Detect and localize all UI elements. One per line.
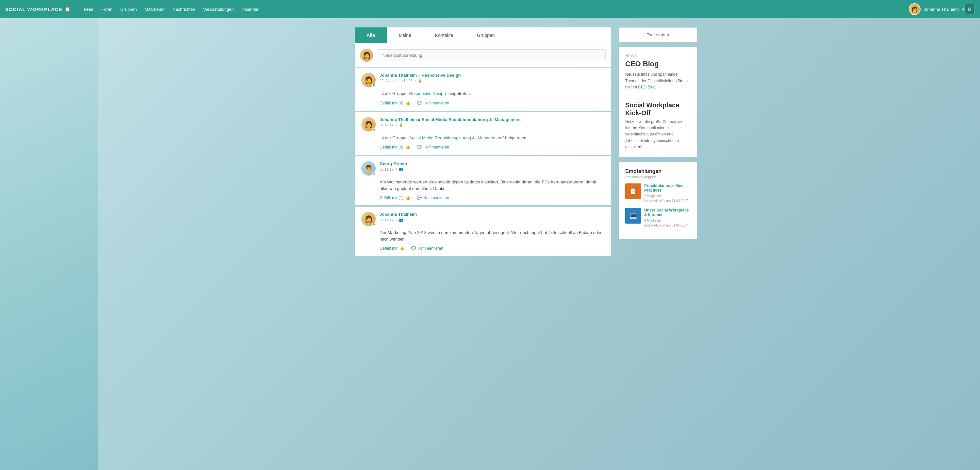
author-line-1: Johanna Thalheim » Responsive Design — [380, 73, 605, 78]
tab-meine[interactable]: Meine — [387, 27, 423, 43]
comment-button-3[interactable]: 💬 Kommentieren — [417, 195, 449, 200]
nav-kalender[interactable]: Kalender — [242, 7, 259, 12]
ceo-blog-link[interactable]: CEO Blog — [638, 85, 655, 89]
comment-icon-2: 💬 — [417, 145, 422, 149]
status-input[interactable] — [377, 49, 606, 61]
comment-button-2[interactable]: 💬 Kommentieren — [417, 145, 449, 149]
tour-button[interactable]: Tour starten — [619, 27, 697, 42]
group-link-2[interactable]: Social Media Redaktionsplanung & -Manage… — [422, 117, 521, 122]
body-group-link-2[interactable]: "Social Media Redaktionsplanung & -Manag… — [408, 135, 504, 140]
nav-mitarbeiter[interactable]: Mitarbeiter — [145, 7, 165, 12]
card-meta-1: Johanna Thalheim » Responsive Design 22.… — [380, 73, 605, 83]
like-icon-3: 👍 — [406, 195, 410, 200]
status-dot-4 — [372, 222, 375, 226]
feed-post-2: 👩 Johanna Thalheim » Social Media Redakt… — [355, 112, 611, 155]
news-section-label: News — [625, 54, 690, 58]
left-background — [0, 18, 98, 470]
post-date-4: 30.11.17 — [380, 218, 394, 222]
like-icon-1: 👍 — [406, 101, 410, 105]
nav-veranstaltungen[interactable]: Veranstaltungen — [203, 7, 234, 12]
author-line-2: Johanna Thalheim » Social Media Redaktio… — [380, 117, 605, 122]
comment-label-1: Kommentieren — [424, 101, 449, 105]
card-body-3: Am Wochenende werden die angekündigten U… — [380, 179, 605, 192]
status-post-area: 👩 — [355, 43, 611, 67]
tab-alle[interactable]: Alle — [355, 27, 387, 43]
post-date-1: 22. Januar um 14:26 — [380, 79, 412, 83]
group-name-1[interactable]: Projektplanung - Best Practices — [644, 183, 690, 192]
ceo-blog-title: CEO Blog — [625, 60, 690, 68]
desc-text-2: . — [655, 85, 657, 89]
nav-nachrichten[interactable]: Nachrichten — [172, 7, 195, 12]
comment-icon-1: 💬 — [417, 101, 422, 105]
like-button-2[interactable]: Gefällt mir (0) 👍 — [380, 145, 410, 149]
logo-icon: 📋 — [65, 6, 70, 12]
desc-text-1: Neueste Infos und spannende Themen der G… — [625, 72, 690, 89]
like-icon-2: 👍 — [406, 145, 410, 149]
logo-text: SOCIAL WORKPLACE — [5, 6, 62, 12]
status-dot-3 — [372, 172, 375, 175]
body-suffix-1: beigetreten. — [447, 91, 471, 96]
post-date-2: 07.12.17 — [380, 123, 394, 127]
comment-icon-3: 💬 — [417, 195, 422, 200]
separator-dot-3: • — [396, 167, 397, 171]
arrow-1: » — [418, 73, 422, 78]
group-thumb-2: 💻 — [625, 208, 641, 224]
card-body-1: ist der Gruppe "Responsive Design" beige… — [380, 91, 605, 97]
card-time-4: 30.11.17 • 👥 — [380, 218, 605, 222]
group-members-1: 2 Mitglieder — [644, 194, 690, 198]
header-logo[interactable]: SOCIAL WORKPLACE 📋 — [5, 6, 70, 12]
group-info-1: Projektplanung - Best Practices 2 Mitgli… — [644, 183, 690, 203]
post-avatar-johanna: 👩 — [360, 49, 373, 62]
empfehlungen-title: Empfehlungen — [625, 168, 690, 174]
empfehlungen-subtitle: Passende Gruppen — [625, 175, 690, 179]
card-body-2: ist der Gruppe "Social Media Redaktionsp… — [380, 135, 605, 141]
group-icon-3: 👥 — [399, 167, 403, 171]
like-label-3: Gefällt mir (1) — [380, 195, 403, 200]
left-bg-gradient — [0, 18, 98, 470]
tabs-bar: Alle Meine Kontakte Gruppen — [355, 27, 611, 43]
user-menu[interactable]: 👩 Johanna Thalheim ▾ — [909, 3, 964, 15]
group-meta-2: 8 Mitglieder Letzte Aktivität am 31.05.2… — [644, 218, 690, 228]
arrow-2: » — [418, 117, 422, 122]
author-name-4[interactable]: Johanna Thalheim — [380, 212, 417, 217]
comment-button-4[interactable]: 💬 Kommentieren — [411, 246, 443, 251]
comment-label-2: Kommentieren — [424, 145, 449, 149]
group-name-2[interactable]: Unser Social Workplace & Intranet — [644, 208, 690, 217]
card-meta-4: Johanna Thalheim 30.11.17 • 👥 — [380, 212, 605, 222]
nav-feed[interactable]: Feed — [84, 7, 94, 12]
author-name-2[interactable]: Johanna Thalheim — [380, 117, 417, 122]
tab-kontakte[interactable]: Kontakte — [423, 27, 465, 43]
like-button-1[interactable]: Gefällt mir (0) 👍 — [380, 101, 410, 105]
card-header-1: 👩 Johanna Thalheim » Responsive Design 2… — [361, 73, 605, 87]
body-group-link-1[interactable]: "Responsive Design" — [408, 91, 447, 96]
card-body-4: Der Marketing Plan 2018 wird in den komm… — [380, 229, 605, 242]
comment-button-1[interactable]: 💬 Kommentieren — [417, 101, 449, 105]
card-time-1: 22. Januar um 14:26 • 🔒 — [380, 79, 605, 83]
nav-foren[interactable]: Foren — [101, 7, 112, 12]
tab-gruppen[interactable]: Gruppen — [465, 27, 507, 43]
kickoff-desc: Nutzen wir die große Chance, die interne… — [625, 119, 690, 150]
main-layout: Alle Meine Kontakte Gruppen 👩 👩 — [0, 0, 980, 470]
like-button-4[interactable]: Gefällt mir 👍 — [380, 246, 404, 251]
group-meta-1: 2 Mitglieder Letzte Aktivität am 11.03.2… — [644, 194, 690, 203]
group-link-1[interactable]: Responsive Design — [422, 73, 461, 78]
group-activity-2: Letzte Aktivität am 31.05.2017 — [644, 223, 690, 228]
separator-dot-2: • — [396, 123, 397, 127]
card-meta-2: Johanna Thalheim » Social Media Redaktio… — [380, 117, 605, 127]
group-info-2: Unser Social Workplace & Intranet 8 Mitg… — [644, 208, 690, 228]
author-name-3[interactable]: Georg Grimm — [380, 161, 407, 166]
nav-gruppen[interactable]: Gruppen — [120, 7, 137, 12]
like-button-3[interactable]: Gefällt mir (1) 👍 — [380, 195, 410, 200]
group-rec-2: 💻 Unser Social Workplace & Intranet 8 Mi… — [625, 208, 690, 228]
header-avatar: 👩 — [909, 3, 921, 15]
author-name-1[interactable]: Johanna Thalheim — [380, 73, 417, 78]
card-header-4: 👩 Johanna Thalheim 30.11.17 • 👥 — [361, 212, 605, 226]
comment-label-4: Kommentieren — [418, 246, 443, 251]
card-actions-2: Gefällt mir (0) 👍 💬 Kommentieren — [380, 145, 605, 149]
card-time-3: 30.11.17 • 👥 — [380, 167, 605, 171]
avatar-image: 👩 — [910, 4, 920, 14]
settings-button[interactable]: ⚙ — [964, 4, 975, 14]
card-meta-3: Georg Grimm 30.11.17 • 👥 — [380, 161, 605, 171]
card-time-2: 07.12.17 • 🔒 — [380, 123, 605, 127]
like-label-1: Gefällt mir (0) — [380, 101, 403, 105]
